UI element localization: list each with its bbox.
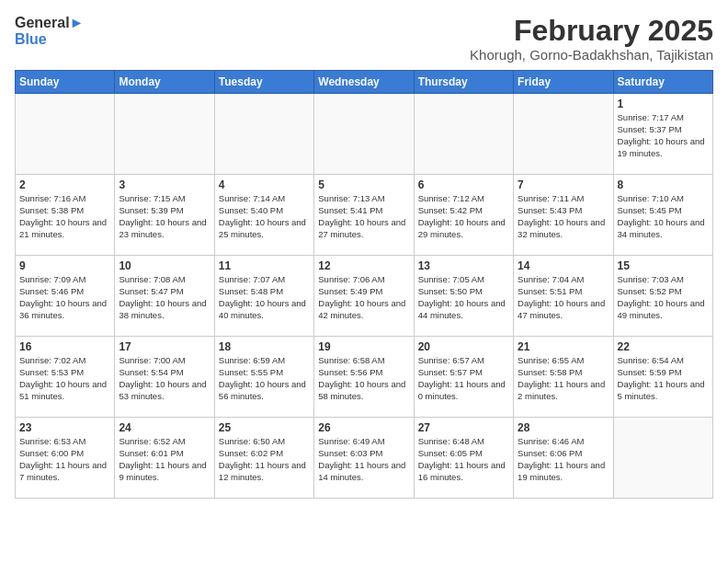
day-cell: 3Sunrise: 7:15 AM Sunset: 5:39 PM Daylig… xyxy=(115,175,214,256)
week-row-1: 2Sunrise: 7:16 AM Sunset: 5:38 PM Daylig… xyxy=(16,175,713,256)
day-info: Sunrise: 7:12 AM Sunset: 5:42 PM Dayligh… xyxy=(418,193,509,240)
day-cell: 1Sunrise: 7:17 AM Sunset: 5:37 PM Daylig… xyxy=(613,94,712,175)
day-cell xyxy=(214,94,313,175)
day-cell: 27Sunrise: 6:48 AM Sunset: 6:05 PM Dayli… xyxy=(414,418,513,499)
day-info: Sunrise: 6:59 AM Sunset: 5:55 PM Dayligh… xyxy=(219,355,310,402)
day-cell xyxy=(115,94,214,175)
day-number: 5 xyxy=(318,178,409,191)
day-info: Sunrise: 7:03 AM Sunset: 5:52 PM Dayligh… xyxy=(618,274,709,321)
day-info: Sunrise: 7:14 AM Sunset: 5:40 PM Dayligh… xyxy=(219,193,310,240)
day-cell: 14Sunrise: 7:04 AM Sunset: 5:51 PM Dayli… xyxy=(514,256,613,337)
col-sunday: Sunday xyxy=(16,71,115,94)
logo: General► Blue xyxy=(15,15,84,47)
day-cell: 17Sunrise: 7:00 AM Sunset: 5:54 PM Dayli… xyxy=(115,337,214,418)
day-number: 12 xyxy=(318,259,409,272)
day-number: 9 xyxy=(19,259,110,272)
day-info: Sunrise: 7:11 AM Sunset: 5:43 PM Dayligh… xyxy=(518,193,609,240)
title-block: February 2025 Khorugh, Gorno-Badakhshan,… xyxy=(470,15,713,63)
day-info: Sunrise: 7:06 AM Sunset: 5:49 PM Dayligh… xyxy=(318,274,409,321)
day-info: Sunrise: 6:52 AM Sunset: 6:01 PM Dayligh… xyxy=(119,436,210,483)
day-cell: 22Sunrise: 6:54 AM Sunset: 5:59 PM Dayli… xyxy=(613,337,712,418)
day-info: Sunrise: 7:04 AM Sunset: 5:51 PM Dayligh… xyxy=(518,274,609,321)
day-cell: 5Sunrise: 7:13 AM Sunset: 5:41 PM Daylig… xyxy=(314,175,414,256)
week-row-0: 1Sunrise: 7:17 AM Sunset: 5:37 PM Daylig… xyxy=(16,94,713,175)
day-number: 24 xyxy=(119,421,210,434)
day-cell: 4Sunrise: 7:14 AM Sunset: 5:40 PM Daylig… xyxy=(214,175,313,256)
day-info: Sunrise: 7:02 AM Sunset: 5:53 PM Dayligh… xyxy=(19,355,110,402)
day-number: 1 xyxy=(618,98,709,110)
calendar-table: Sunday Monday Tuesday Wednesday Thursday… xyxy=(15,70,713,499)
day-number: 7 xyxy=(518,178,609,191)
day-cell: 24Sunrise: 6:52 AM Sunset: 6:01 PM Dayli… xyxy=(115,418,214,499)
day-number: 18 xyxy=(219,340,310,353)
day-cell: 23Sunrise: 6:53 AM Sunset: 6:00 PM Dayli… xyxy=(16,418,115,499)
day-cell xyxy=(414,94,513,175)
day-cell: 12Sunrise: 7:06 AM Sunset: 5:49 PM Dayli… xyxy=(314,256,414,337)
page-header: General► Blue February 2025 Khorugh, Gor… xyxy=(15,15,713,63)
day-info: Sunrise: 6:50 AM Sunset: 6:02 PM Dayligh… xyxy=(219,436,310,483)
day-cell: 10Sunrise: 7:08 AM Sunset: 5:47 PM Dayli… xyxy=(115,256,214,337)
day-info: Sunrise: 7:05 AM Sunset: 5:50 PM Dayligh… xyxy=(418,274,509,321)
week-row-3: 16Sunrise: 7:02 AM Sunset: 5:53 PM Dayli… xyxy=(16,337,713,418)
day-info: Sunrise: 6:53 AM Sunset: 6:00 PM Dayligh… xyxy=(19,436,110,483)
day-number: 4 xyxy=(219,178,310,191)
col-monday: Monday xyxy=(115,71,214,94)
day-info: Sunrise: 6:57 AM Sunset: 5:57 PM Dayligh… xyxy=(418,355,509,402)
day-number: 15 xyxy=(618,259,709,272)
day-number: 2 xyxy=(19,178,110,191)
col-saturday: Saturday xyxy=(613,71,712,94)
day-number: 13 xyxy=(418,259,509,272)
day-cell: 13Sunrise: 7:05 AM Sunset: 5:50 PM Dayli… xyxy=(414,256,513,337)
day-info: Sunrise: 7:10 AM Sunset: 5:45 PM Dayligh… xyxy=(618,193,709,240)
day-info: Sunrise: 7:09 AM Sunset: 5:46 PM Dayligh… xyxy=(19,274,110,321)
calendar-subtitle: Khorugh, Gorno-Badakhshan, Tajikistan xyxy=(470,47,713,63)
col-friday: Friday xyxy=(514,71,613,94)
day-number: 11 xyxy=(219,259,310,272)
day-number: 21 xyxy=(518,340,609,353)
day-info: Sunrise: 7:13 AM Sunset: 5:41 PM Dayligh… xyxy=(318,193,409,240)
day-cell: 18Sunrise: 6:59 AM Sunset: 5:55 PM Dayli… xyxy=(214,337,313,418)
day-cell xyxy=(514,94,613,175)
day-cell: 6Sunrise: 7:12 AM Sunset: 5:42 PM Daylig… xyxy=(414,175,513,256)
day-cell: 19Sunrise: 6:58 AM Sunset: 5:56 PM Dayli… xyxy=(314,337,414,418)
day-number: 26 xyxy=(318,421,409,434)
day-number: 28 xyxy=(518,421,609,434)
day-number: 6 xyxy=(418,178,509,191)
day-info: Sunrise: 6:46 AM Sunset: 6:06 PM Dayligh… xyxy=(518,436,609,483)
day-number: 27 xyxy=(418,421,509,434)
col-tuesday: Tuesday xyxy=(214,71,313,94)
day-cell: 11Sunrise: 7:07 AM Sunset: 5:48 PM Dayli… xyxy=(214,256,313,337)
day-number: 16 xyxy=(19,340,110,353)
day-info: Sunrise: 7:00 AM Sunset: 5:54 PM Dayligh… xyxy=(119,355,210,402)
day-cell: 26Sunrise: 6:49 AM Sunset: 6:03 PM Dayli… xyxy=(314,418,414,499)
day-number: 19 xyxy=(318,340,409,353)
day-info: Sunrise: 7:07 AM Sunset: 5:48 PM Dayligh… xyxy=(219,274,310,321)
day-cell xyxy=(613,418,712,499)
day-cell xyxy=(314,94,414,175)
day-cell: 15Sunrise: 7:03 AM Sunset: 5:52 PM Dayli… xyxy=(613,256,712,337)
col-thursday: Thursday xyxy=(414,71,513,94)
day-cell: 9Sunrise: 7:09 AM Sunset: 5:46 PM Daylig… xyxy=(16,256,115,337)
day-number: 14 xyxy=(518,259,609,272)
week-row-4: 23Sunrise: 6:53 AM Sunset: 6:00 PM Dayli… xyxy=(16,418,713,499)
calendar-title: February 2025 xyxy=(470,15,713,47)
col-wednesday: Wednesday xyxy=(314,71,414,94)
week-row-2: 9Sunrise: 7:09 AM Sunset: 5:46 PM Daylig… xyxy=(16,256,713,337)
day-info: Sunrise: 7:17 AM Sunset: 5:37 PM Dayligh… xyxy=(618,112,709,159)
day-cell: 16Sunrise: 7:02 AM Sunset: 5:53 PM Dayli… xyxy=(16,337,115,418)
day-number: 25 xyxy=(219,421,310,434)
day-cell: 21Sunrise: 6:55 AM Sunset: 5:58 PM Dayli… xyxy=(514,337,613,418)
day-info: Sunrise: 6:58 AM Sunset: 5:56 PM Dayligh… xyxy=(318,355,409,402)
day-info: Sunrise: 6:49 AM Sunset: 6:03 PM Dayligh… xyxy=(318,436,409,483)
day-cell: 25Sunrise: 6:50 AM Sunset: 6:02 PM Dayli… xyxy=(214,418,313,499)
day-number: 23 xyxy=(19,421,110,434)
day-info: Sunrise: 7:08 AM Sunset: 5:47 PM Dayligh… xyxy=(119,274,210,321)
day-number: 10 xyxy=(119,259,210,272)
day-cell: 28Sunrise: 6:46 AM Sunset: 6:06 PM Dayli… xyxy=(514,418,613,499)
day-info: Sunrise: 6:48 AM Sunset: 6:05 PM Dayligh… xyxy=(418,436,509,483)
day-number: 22 xyxy=(618,340,709,353)
day-info: Sunrise: 7:15 AM Sunset: 5:39 PM Dayligh… xyxy=(119,193,210,240)
day-cell xyxy=(16,94,115,175)
header-row: Sunday Monday Tuesday Wednesday Thursday… xyxy=(16,71,713,94)
day-cell: 2Sunrise: 7:16 AM Sunset: 5:38 PM Daylig… xyxy=(16,175,115,256)
